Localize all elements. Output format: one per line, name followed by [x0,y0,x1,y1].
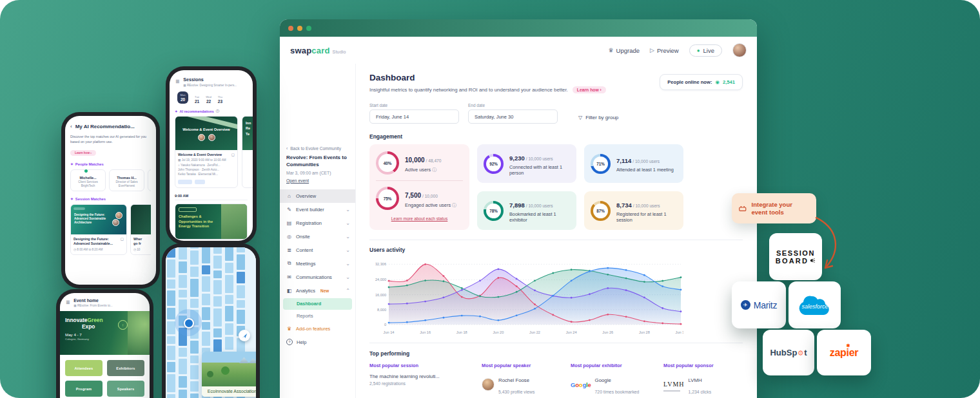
session-matches-heading: Session Matches [75,197,106,201]
day-tab-mon-20[interactable]: Mon20 [177,91,188,104]
active-users-donut: 40% [376,151,399,175]
logo-suffix: Studio [333,50,346,54]
online-status-dot [84,169,88,173]
sidebar-item-meetings[interactable]: ⧉Meetings⌄ [280,257,355,270]
home-tile-program[interactable]: Program [65,381,103,397]
bookmark-icon[interactable]: ▢ [231,153,235,156]
sidebar-item-onsite[interactable]: ◎Onsite⌄ [280,230,355,243]
info-icon[interactable]: ⓘ [432,167,436,172]
learn-how-link[interactable]: Learn how › [573,86,606,93]
top-session-title[interactable]: The machine learning revoluti... [369,374,467,379]
top-exhibitor-name[interactable]: Google [595,377,611,383]
map-block [225,275,233,293]
day-num: 20 [181,97,185,102]
session-match-card[interactable]: Designing the Future: Advanced Sustainab… [70,204,127,255]
speaker-avatar[interactable] [482,378,495,391]
form-icon: ▤ [286,220,292,226]
learn-how-link[interactable]: Learn how › [70,150,96,156]
sidebar-item-dashboard[interactable]: Dashboard [283,298,352,310]
maritz-logo: Maritz [754,300,777,310]
card-divider [376,180,463,181]
time-slot-label: 9:00 AM [175,194,253,198]
sidebar-item-content[interactable]: ≣Content⌄ [280,243,355,257]
home-tile-attendees[interactable]: Attendees [65,360,103,376]
sidebar-item-addon-features[interactable]: ♛Add-on features [280,322,355,336]
hero-background: swapcardStudio ♛Upgrade ▷Preview ●Live ‹… [0,0,980,398]
sidebar-item-analytics[interactable]: ◧AnalyticsNew⌃ [280,284,355,298]
nav-label: Add-on features [296,326,330,332]
tag-chip[interactable] [178,180,192,184]
map-block [202,294,210,305]
top-sponsor-name[interactable]: LVMH [689,377,702,383]
recenter-button[interactable] [239,330,250,341]
chevron-down-icon: ⌄ [346,234,350,240]
tree-shape [207,371,213,377]
sidebar-item-overview[interactable]: ⌂Overview [280,189,355,203]
day-tab-wed-22[interactable]: Wed22 [206,95,211,104]
window-dot-2[interactable] [297,26,302,31]
top-speaker-name[interactable]: Rochel Foose [498,377,529,383]
tag-chip[interactable] [195,180,205,184]
sidebar-item-registration[interactable]: ▤Registration⌄ [280,216,355,230]
sidebar-item-communications[interactable]: ✉Communications⌄ [280,270,355,284]
hubspot-logo-card: HubSp⚙t [763,330,814,375]
window-dot-1[interactable] [288,26,293,31]
people-online-badge: People online now: ◉ 2,541 [660,74,743,90]
nav-label: Registration [296,220,322,226]
menu-icon[interactable]: ☰ [175,79,179,84]
salesforce-cloud-icon: salesforce [795,291,835,319]
back-icon[interactable]: ‹ [70,124,72,129]
back-label: Back to Evolve Community [290,146,341,151]
window-dot-3[interactable] [306,26,311,31]
content-icon: ≣ [286,247,292,253]
sidebar-item-help[interactable]: ?Help [280,336,355,349]
end-date-input[interactable] [468,109,558,124]
day-num: 21 [195,99,199,104]
map-block [225,337,233,350]
menu-icon[interactable]: ☰ [66,300,70,305]
svg-text:24,000: 24,000 [375,278,386,281]
back-to-community-link[interactable]: ‹Back to Evolve Community [280,146,355,151]
engaged-users-donut: 75% [376,187,399,210]
banner-fragment: Te [246,132,250,136]
start-date-input[interactable] [369,109,459,124]
session-match-card-clipped[interactable]: Whergo fr ◷ 10 [130,204,151,255]
day-tab-thu-23[interactable]: Thu23 [218,95,222,104]
live-label: Live [703,47,714,54]
day-tab-tue-21[interactable]: Tue21 [195,95,199,104]
svg-text:Jun 28: Jun 28 [639,330,650,334]
map-block [179,275,187,288]
filter-by-group-button[interactable]: ▽Filter by group [578,115,618,120]
zapier-logo-text: zapier [830,347,858,358]
crown-icon: ♛ [608,47,613,53]
session-card-energy[interactable]: Challenges & Opportunities in the Energy… [175,204,248,240]
map-block [190,299,199,308]
map-block [190,355,199,363]
zapier-star-icon: ✱ [847,343,850,348]
recommended-session-card[interactable]: Welcome & Event Overview ▢ Welcome & Eve… [175,116,238,188]
users-activity-chart: 08,00016,00024,00032,306Jun 14Jun 16Jun … [369,256,683,337]
poi-card[interactable]: EcoInnovate Association [202,352,256,397]
recommended-session-card-clipped[interactable]: InnReTe [242,116,253,188]
bookmark-icon[interactable]: ▢ [121,237,124,241]
person-match-card[interactable]: Thomas H... Director of Sales EverHarves… [109,169,144,191]
info-icon[interactable]: ⓘ [216,109,219,113]
home-tile-speakers[interactable]: Speakers [107,381,144,397]
open-event-link[interactable]: Open event [280,175,355,189]
sidebar-item-event-builder[interactable]: ✎Event builder⌄ [280,203,355,216]
person-match-card[interactable]: Michelle... Client Services BrightTech [70,169,106,191]
info-icon[interactable]: ⓘ [452,203,456,207]
home-tile-exhibitors[interactable]: Exhibitors [107,360,144,376]
person-role: Client Services [73,180,103,184]
learn-more-statuses-link[interactable]: Learn more about each status [376,216,463,221]
preview-button[interactable]: ▷Preview [650,47,679,54]
live-toggle[interactable]: ●Live [689,44,722,57]
upgrade-button[interactable]: ♛Upgrade [608,47,640,54]
map-block [225,306,233,321]
crown-icon: ♛ [286,326,292,332]
nav-label: Communications [296,274,332,280]
sidebar-item-reports[interactable]: Reports [280,310,355,322]
filter-icon: ▽ [578,115,582,120]
person-match-card-clipped[interactable] [148,169,151,191]
user-avatar[interactable] [732,43,747,57]
